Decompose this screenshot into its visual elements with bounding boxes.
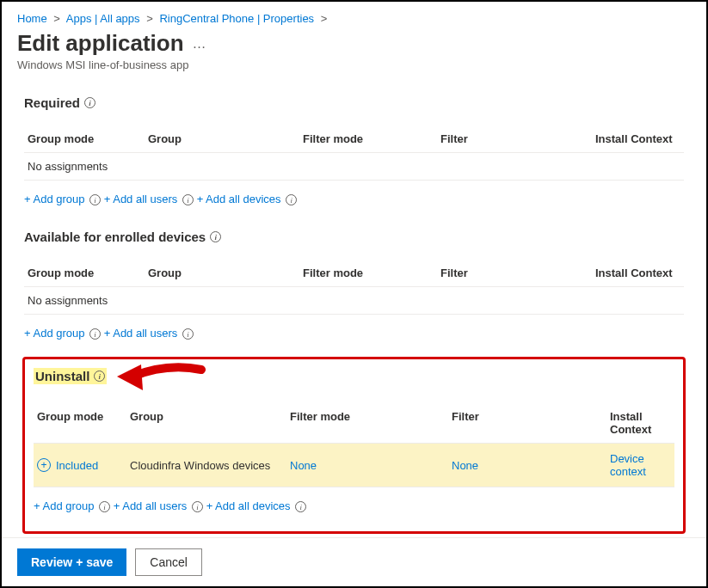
footer-bar: Review + save Cancel [2, 537, 706, 586]
info-icon[interactable]: i [192, 501, 203, 512]
add-all-users-link[interactable]: + Add all users [104, 327, 178, 340]
breadcrumb-properties[interactable]: RingCentral Phone | Properties [159, 12, 314, 25]
table-row: No assignments [24, 152, 684, 181]
add-all-users-link[interactable]: + Add all users [104, 193, 178, 205]
add-all-devices-link[interactable]: + Add all devices [197, 193, 281, 205]
review-save-button[interactable]: Review + save [17, 548, 126, 576]
info-icon[interactable]: i [295, 501, 306, 512]
info-icon[interactable]: i [89, 328, 101, 340]
annotation-arrow-icon [115, 361, 210, 395]
info-icon[interactable]: i [89, 194, 101, 205]
cancel-button[interactable]: Cancel [135, 548, 202, 576]
col-group-mode: Group mode [28, 132, 148, 145]
section-required: Required i Group mode Group Filter mode … [17, 95, 691, 205]
info-icon[interactable]: i [84, 97, 95, 108]
col-install-context: Install Context [595, 266, 680, 279]
page-title: Edit application [17, 30, 184, 57]
page-subtitle: Windows MSI line-of-business app [17, 58, 691, 71]
col-filter: Filter [440, 266, 595, 279]
add-all-users-link[interactable]: + Add all users [114, 499, 188, 512]
info-icon[interactable]: i [210, 231, 221, 242]
col-filter-mode: Filter mode [303, 266, 440, 279]
chevron-right-icon: > [50, 12, 64, 25]
info-icon[interactable]: i [94, 371, 105, 382]
breadcrumb-apps[interactable]: Apps | All apps [66, 12, 140, 25]
info-icon[interactable]: i [182, 194, 194, 205]
section-available-title: Available for enrolled devices [24, 230, 206, 244]
more-actions-icon[interactable]: … [193, 36, 207, 52]
cell-filter-mode[interactable]: None [290, 459, 317, 472]
breadcrumb: Home > Apps | All apps > RingCentral Pho… [17, 12, 691, 25]
add-group-link[interactable]: + Add group [24, 193, 84, 205]
col-group: Group [148, 266, 303, 279]
table-row[interactable]: + Included Cloudinfra Windows devices No… [34, 443, 674, 487]
col-filter-mode: Filter mode [290, 410, 452, 436]
group-mode-label: Included [56, 459, 98, 472]
table-header: Group mode Group Filter mode Filter Inst… [24, 260, 684, 286]
col-group: Group [148, 132, 303, 145]
col-group-mode: Group mode [28, 266, 148, 279]
info-icon[interactable]: i [182, 328, 194, 340]
col-install-context: Install Context [610, 410, 671, 436]
col-filter: Filter [452, 410, 610, 436]
info-icon[interactable]: i [286, 194, 297, 205]
plus-circle-icon: + [37, 458, 51, 472]
info-icon[interactable]: i [99, 501, 110, 512]
table-header: Group mode Group Filter mode Filter Inst… [24, 126, 684, 152]
table-row: No assignments [24, 286, 684, 315]
section-required-title: Required [24, 95, 80, 110]
no-assignments-text: No assignments [28, 294, 108, 307]
chevron-right-icon: > [317, 12, 331, 25]
group-mode-included[interactable]: + Included [37, 458, 98, 472]
section-uninstall-highlight: Uninstall i Group mode Group Filter mode… [22, 357, 686, 534]
section-available: Available for enrolled devices i Group m… [17, 230, 691, 340]
add-all-devices-link[interactable]: + Add all devices [206, 499, 291, 512]
cell-install-context[interactable]: Device context [610, 452, 646, 478]
cell-filter[interactable]: None [452, 459, 478, 472]
svg-marker-0 [117, 364, 143, 390]
section-uninstall-title: Uninstall [35, 369, 89, 383]
breadcrumb-home[interactable]: Home [17, 12, 47, 25]
col-install-context: Install Context [595, 132, 680, 145]
table-header: Group mode Group Filter mode Filter Inst… [34, 403, 674, 443]
col-group: Group [130, 410, 290, 436]
chevron-right-icon: > [143, 12, 157, 25]
add-group-link[interactable]: + Add group [34, 499, 94, 512]
col-group-mode: Group mode [37, 410, 130, 436]
cell-group: Cloudinfra Windows devices [130, 459, 290, 472]
col-filter-mode: Filter mode [303, 132, 440, 145]
col-filter: Filter [440, 132, 595, 145]
add-group-link[interactable]: + Add group [24, 327, 84, 340]
no-assignments-text: No assignments [28, 160, 108, 173]
